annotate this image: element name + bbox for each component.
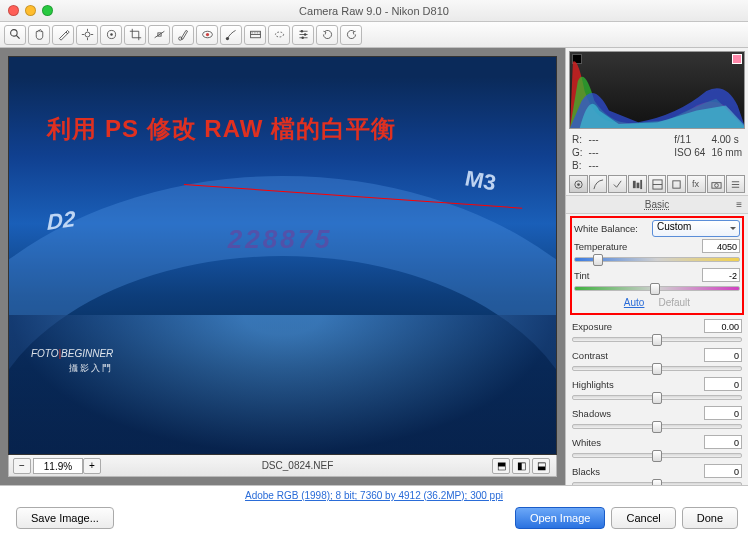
seat-label-right: M3 [465,165,496,196]
temperature-value[interactable]: 4050 [702,239,740,253]
targeted-adjustment-tool[interactable] [100,25,122,45]
seat-label-left: D2 [47,206,75,236]
tab-detail[interactable] [608,175,627,193]
svg-line-1 [16,35,19,38]
tab-fx[interactable]: fx [687,175,706,193]
highlights-value[interactable]: 0 [704,377,742,391]
color-sampler-tool[interactable] [76,25,98,45]
tab-split[interactable] [648,175,667,193]
auto-link[interactable]: Auto [624,297,645,308]
spot-removal-tool[interactable] [172,25,194,45]
highlights-slider[interactable] [572,395,742,400]
compare-button-1[interactable]: ⬒ [492,458,510,474]
svg-point-14 [225,37,228,40]
whites-label: Whites [572,437,704,448]
blacks-slider[interactable] [572,482,742,485]
svg-rect-27 [633,180,636,187]
svg-rect-32 [673,180,680,187]
rotate-cw-tool[interactable] [340,25,362,45]
preview-pane: D2 M3 利用 PS 修改 RAW 檔的白平衡 228875 FOTO|BEG… [0,48,565,485]
svg-point-22 [300,30,302,32]
shadows-slider[interactable] [572,424,742,429]
tab-presets[interactable] [726,175,745,193]
exposure-value[interactable]: 0.00 [704,319,742,333]
tab-basic[interactable] [569,175,588,193]
tint-value[interactable]: -2 [702,268,740,282]
svg-point-26 [577,183,580,186]
adjustment-brush-tool[interactable] [220,25,242,45]
whites-value[interactable]: 0 [704,435,742,449]
blacks-label: Blacks [572,466,704,477]
svg-rect-29 [640,179,642,188]
save-image-button[interactable]: Save Image... [16,507,114,529]
toolbar [0,22,748,48]
white-balance-highlight: White Balance: Custom Temperature4050 Ti… [570,216,744,315]
svg-point-24 [301,37,303,39]
white-balance-select[interactable]: Custom [652,220,740,237]
panel-tabs: fx [569,175,745,193]
hand-tool[interactable] [28,25,50,45]
svg-text:fx: fx [692,179,700,189]
zoom-tool[interactable] [4,25,26,45]
svg-point-23 [303,33,305,35]
compare-button-3[interactable]: ⬓ [532,458,550,474]
radial-filter-tool[interactable] [268,25,290,45]
preview-image[interactable]: D2 M3 利用 PS 修改 RAW 檔的白平衡 228875 FOTO|BEG… [8,56,557,455]
white-balance-tool[interactable] [52,25,74,45]
histogram[interactable] [569,51,745,129]
tint-slider[interactable] [574,286,740,291]
whites-slider[interactable] [572,453,742,458]
default-link[interactable]: Default [658,297,690,308]
tint-label: Tint [574,270,702,281]
window-title: Camera Raw 9.0 - Nikon D810 [0,5,748,17]
svg-rect-28 [636,182,639,188]
svg-line-9 [154,31,164,38]
section-header-basic: Basic ≡ [566,195,748,214]
graduated-filter-tool[interactable] [244,25,266,45]
filename: DSC_0824.NEF [103,460,492,471]
zoom-level[interactable]: 11.9% [33,458,83,474]
svg-point-35 [714,183,718,187]
done-button[interactable]: Done [682,507,738,529]
temperature-slider[interactable] [574,257,740,262]
contrast-value[interactable]: 0 [704,348,742,362]
preferences-tool[interactable] [292,25,314,45]
tab-hsl[interactable] [628,175,647,193]
open-image-button[interactable]: Open Image [515,507,606,529]
annotation-text: 利用 PS 修改 RAW 檔的白平衡 [47,113,517,145]
contrast-slider[interactable] [572,366,742,371]
shadows-value[interactable]: 0 [704,406,742,420]
workflow-link[interactable]: Adobe RGB (1998); 8 bit; 7360 by 4912 (3… [10,490,738,501]
compare-button-2[interactable]: ◧ [512,458,530,474]
red-eye-tool[interactable] [196,25,218,45]
tab-curve[interactable] [589,175,608,193]
zoom-out-button[interactable]: − [13,458,31,474]
blacks-value[interactable]: 0 [704,464,742,478]
metadata: R:---f/114.00 s G:---ISO 6416 mm B:--- [566,132,748,173]
crop-tool[interactable] [124,25,146,45]
tab-lens[interactable] [667,175,686,193]
footer: Adobe RGB (1998); 8 bit; 7360 by 4912 (3… [0,485,748,533]
titlebar: Camera Raw 9.0 - Nikon D810 [0,0,748,22]
watermark: 228875 [228,224,333,255]
shadows-label: Shadows [572,408,704,419]
panel-menu-icon[interactable]: ≡ [736,199,742,210]
exposure-slider[interactable] [572,337,742,342]
zoom-in-button[interactable]: + [83,458,101,474]
contrast-label: Contrast [572,350,704,361]
rotate-ccw-tool[interactable] [316,25,338,45]
svg-point-8 [110,33,112,35]
logo: FOTO|BEGINNER 攝影入門 [31,342,113,375]
tab-camera[interactable] [707,175,726,193]
svg-point-2 [85,32,90,37]
straighten-tool[interactable] [148,25,170,45]
highlights-label: Highlights [572,379,704,390]
white-balance-label: White Balance: [574,223,652,234]
cancel-button[interactable]: Cancel [611,507,675,529]
svg-point-0 [10,30,17,37]
exposure-label: Exposure [572,321,704,332]
svg-point-18 [275,32,283,37]
svg-point-13 [205,33,208,36]
temperature-label: Temperature [574,241,702,252]
side-panel: R:---f/114.00 s G:---ISO 6416 mm B:--- f… [565,48,748,485]
